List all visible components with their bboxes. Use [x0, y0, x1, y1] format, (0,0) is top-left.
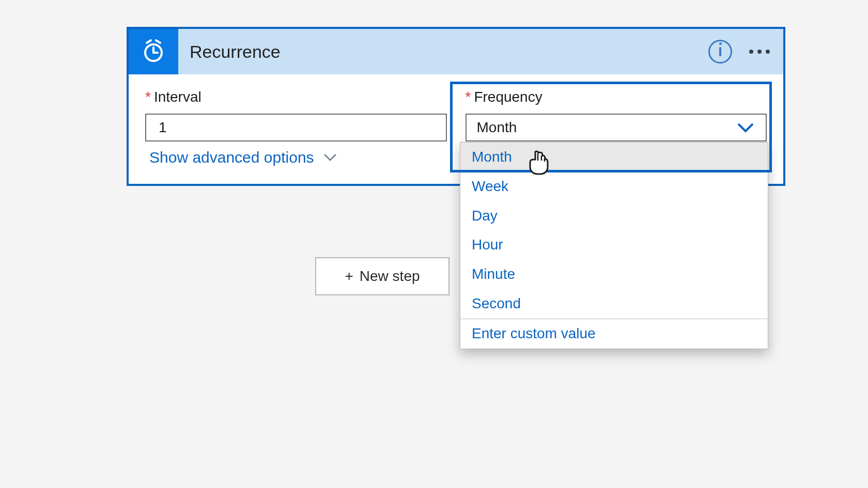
more-icon [749, 50, 770, 54]
frequency-option-minute[interactable]: Minute [460, 260, 768, 289]
advanced-row: Show advanced options [145, 141, 447, 170]
plus-icon: + [345, 268, 353, 285]
info-icon [708, 40, 732, 64]
frequency-option-custom[interactable]: Enter custom value [460, 319, 768, 349]
card-title: Recurrence [178, 42, 705, 62]
new-step-button[interactable]: + New step [315, 257, 450, 295]
frequency-dropdown[interactable]: Month [466, 114, 767, 141]
advanced-label: Show advanced options [149, 149, 314, 166]
interval-label: *Interval [145, 89, 447, 105]
frequency-value: Month [467, 119, 737, 136]
frequency-option-hour[interactable]: Hour [460, 230, 768, 260]
chevron-down-icon [323, 153, 337, 162]
frequency-option-second[interactable]: Second [460, 289, 768, 319]
interval-field: *Interval Show advanced options [145, 89, 447, 170]
svg-line-4 [156, 40, 160, 43]
card-header: Recurrence [129, 29, 783, 74]
interval-input[interactable] [145, 114, 447, 141]
frequency-option-week[interactable]: Week [460, 172, 768, 201]
frequency-option-month[interactable]: Month [460, 143, 768, 172]
svg-line-3 [147, 40, 151, 43]
chevron-down-icon [737, 122, 754, 133]
frequency-options-list: Month Week Day Hour Minute Second Enter … [460, 142, 768, 349]
new-step-label: New step [360, 268, 420, 285]
frequency-label: *Frequency [466, 89, 767, 105]
clock-icon [129, 29, 178, 74]
info-button[interactable] [705, 36, 736, 67]
frequency-option-day[interactable]: Day [460, 201, 768, 231]
show-advanced-options[interactable]: Show advanced options [149, 149, 337, 166]
more-button[interactable] [744, 36, 775, 67]
